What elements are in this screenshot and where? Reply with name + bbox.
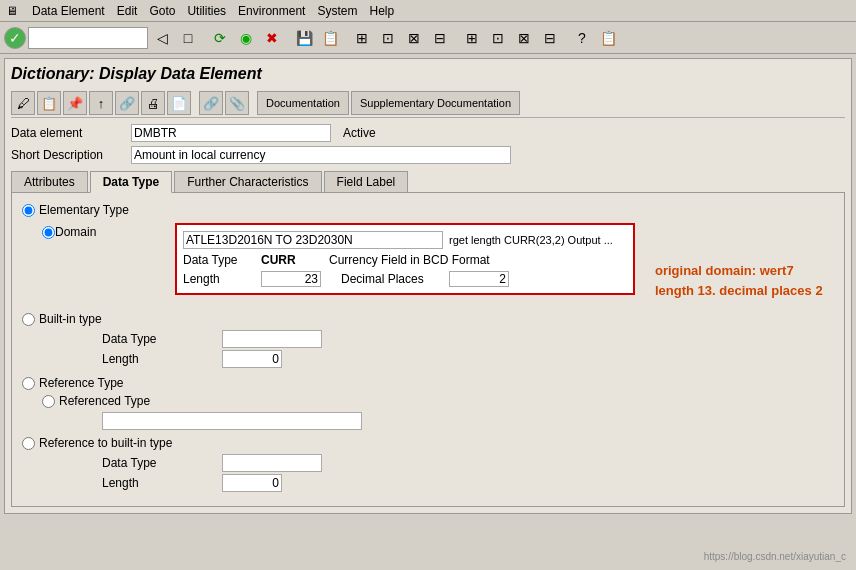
save-btn[interactable]: 💾	[292, 26, 316, 50]
elementary-type-group: Elementary Type Domain rget length CURR(…	[22, 203, 834, 300]
stop-btn[interactable]: ✖	[260, 26, 284, 50]
find-btn[interactable]: ⊡	[376, 26, 400, 50]
command-input[interactable]	[28, 27, 148, 49]
ref-builtin-fields: Data Type Length	[102, 454, 834, 492]
clip-icon-btn[interactable]: 📎	[225, 91, 249, 115]
elementary-type-label: Elementary Type	[39, 203, 129, 217]
ref-length-input[interactable]	[222, 474, 282, 492]
decimal-places-input[interactable]	[449, 271, 509, 287]
domain-radio-label: Domain	[55, 225, 115, 239]
menu-system[interactable]: System	[317, 4, 357, 18]
menu-data-element[interactable]: Data Element	[32, 4, 105, 18]
domain-fields-row: Data Type CURR Currency Field in BCD For…	[183, 253, 627, 267]
reference-type-section: Reference Type Referenced Type	[22, 376, 834, 430]
print-btn[interactable]: ⊞	[350, 26, 374, 50]
builtin-length-label: Length	[102, 352, 222, 366]
up-icon-btn[interactable]: ↑	[89, 91, 113, 115]
print-icon-btn[interactable]: 🖨	[141, 91, 165, 115]
menu-edit[interactable]: Edit	[117, 4, 138, 18]
length-fields-row: Length Decimal Places	[183, 271, 627, 287]
tab-attributes[interactable]: Attributes	[11, 171, 88, 193]
info-btn[interactable]: 📋	[596, 26, 620, 50]
link-icon-btn[interactable]: 🔗	[115, 91, 139, 115]
tab-field-label[interactable]: Field Label	[324, 171, 409, 193]
page-title: Dictionary: Display Data Element	[11, 65, 845, 83]
data-element-row: Data element Active	[11, 124, 845, 142]
builtin-type-fields: Data Type Length	[102, 330, 834, 368]
forward-btn[interactable]: □	[176, 26, 200, 50]
decimal-places-label: Decimal Places	[341, 272, 441, 286]
icon-bar: 🖊 📋 📌 ↑ 🔗 🖨 📄 🔗 📎 Documentation Suppleme…	[11, 89, 845, 118]
checkmark-btn[interactable]: ✓	[4, 27, 26, 49]
builtin-type-radio[interactable]	[22, 313, 35, 326]
settings-btn[interactable]: ⊟	[428, 26, 452, 50]
link2-icon-btn[interactable]: 🔗	[199, 91, 223, 115]
data-type-value: CURR	[261, 253, 321, 267]
tabs-bar: Attributes Data Type Further Characteris…	[11, 170, 845, 192]
elementary-type-radio[interactable]	[22, 204, 35, 217]
domain-box: rget length CURR(23,2) Output ... Data T…	[175, 223, 635, 295]
menu-goto[interactable]: Goto	[149, 4, 175, 18]
annotation-line2: length 13. decimal places 2	[655, 281, 823, 301]
length-input[interactable]	[261, 271, 321, 287]
data-type-desc: Currency Field in BCD Format	[329, 253, 490, 267]
reference-type-label: Reference Type	[39, 376, 124, 390]
ref-data-type-input[interactable]	[222, 454, 322, 472]
data-element-label: Data element	[11, 126, 131, 140]
grid3-btn[interactable]: ⊠	[512, 26, 536, 50]
length-label: Length	[183, 272, 253, 286]
grid4-btn[interactable]: ⊟	[538, 26, 562, 50]
domain-radio[interactable]	[42, 226, 55, 239]
data-element-input[interactable]	[131, 124, 331, 142]
short-desc-label: Short Description	[11, 148, 131, 162]
documentation-btn[interactable]: Documentation	[257, 91, 349, 115]
data-type-label: Data Type	[183, 253, 253, 267]
builtin-data-type-label: Data Type	[102, 332, 222, 346]
tab-content-data-type: Elementary Type Domain rget length CURR(…	[11, 192, 845, 507]
menu-utilities[interactable]: Utilities	[187, 4, 226, 18]
ref-builtin-radio[interactable]	[22, 437, 35, 450]
refresh-btn[interactable]: ⟳	[208, 26, 232, 50]
pin-icon-btn[interactable]: 📌	[63, 91, 87, 115]
status-badge: Active	[343, 126, 376, 140]
referenced-type-input[interactable]	[102, 412, 362, 430]
main-content: Dictionary: Display Data Element 🖊 📋 📌 ↑…	[4, 58, 852, 514]
back-btn[interactable]: ◁	[150, 26, 174, 50]
builtin-type-label: Built-in type	[39, 312, 102, 326]
edit-icon-btn[interactable]: 🖊	[11, 91, 35, 115]
domain-value-input[interactable]	[183, 231, 443, 249]
ref-builtin-label: Reference to built-in type	[39, 436, 172, 450]
domain-extra-label: rget length CURR(23,2) Output ...	[449, 234, 613, 246]
grid2-btn[interactable]: ⊡	[486, 26, 510, 50]
short-desc-input[interactable]	[131, 146, 511, 164]
ref-length-label: Length	[102, 476, 222, 490]
execute-btn[interactable]: ◉	[234, 26, 258, 50]
help-btn[interactable]: ?	[570, 26, 594, 50]
tab-data-type[interactable]: Data Type	[90, 171, 172, 193]
copy-icon-btn[interactable]: 📋	[37, 91, 61, 115]
doc-icon-btn[interactable]: 📄	[167, 91, 191, 115]
ref-data-type-label: Data Type	[102, 456, 222, 470]
annotation-line1: original domain: wert7	[655, 261, 823, 281]
referenced-type-label: Referenced Type	[59, 394, 150, 408]
watermark: https://blog.csdn.net/xiayutian_c	[704, 551, 846, 562]
menu-help[interactable]: Help	[369, 4, 394, 18]
builtin-data-type-input[interactable]	[222, 330, 322, 348]
grid-btn[interactable]: ⊞	[460, 26, 484, 50]
toolbar: ✓ ◁ □ ⟳ ◉ ✖ 💾 📋 ⊞ ⊡ ⊠ ⊟ ⊞ ⊡ ⊠ ⊟ ? 📋	[0, 22, 856, 54]
menu-bar: 🖥 Data Element Edit Goto Utilities Envir…	[0, 0, 856, 22]
find-next-btn[interactable]: ⊠	[402, 26, 426, 50]
annotation: original domain: wert7 length 13. decima…	[655, 261, 823, 300]
referenced-type-radio[interactable]	[42, 395, 55, 408]
ref-builtin-section: Reference to built-in type Data Type Len…	[22, 436, 834, 492]
tab-further-characteristics[interactable]: Further Characteristics	[174, 171, 321, 193]
supplementary-doc-btn[interactable]: Supplementary Documentation	[351, 91, 520, 115]
save2-btn[interactable]: 📋	[318, 26, 342, 50]
menu-environment[interactable]: Environment	[238, 4, 305, 18]
builtin-length-input[interactable]	[222, 350, 282, 368]
sap-logo-icon: 🖥	[4, 3, 20, 19]
short-desc-row: Short Description	[11, 146, 845, 164]
reference-type-radio[interactable]	[22, 377, 35, 390]
builtin-type-group: Built-in type Data Type Length	[22, 312, 834, 368]
